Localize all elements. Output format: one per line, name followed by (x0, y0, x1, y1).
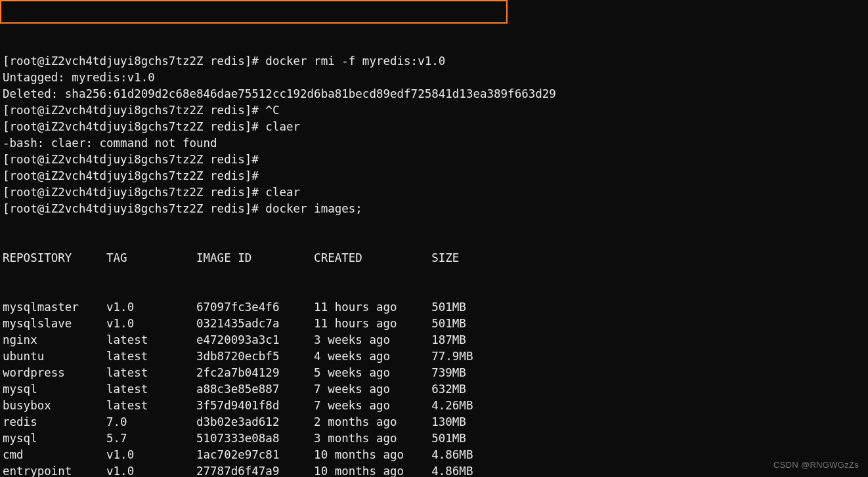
table-row: mysql 5.7 5107333e08a8 3 months ago 501M… (3, 430, 865, 447)
terminal-line: Deleted: sha256:61d209d2c68e846dae75512c… (3, 86, 865, 102)
terminal-output-top: [root@iZ2vch4tdjuyi8gchs7tz2Z redis]# do… (3, 53, 865, 217)
table-row: ubuntu latest 3db8720ecbf5 4 weeks ago 7… (3, 348, 865, 365)
table-row: mysql latest a88c3e85e887 7 weeks ago 63… (3, 381, 865, 398)
table-header: REPOSITORY TAG IMAGE ID CREATED SIZE (3, 250, 865, 266)
terminal-line: [root@iZ2vch4tdjuyi8gchs7tz2Z redis]# (3, 152, 865, 168)
terminal-line: [root@iZ2vch4tdjuyi8gchs7tz2Z redis]# cl… (3, 184, 865, 201)
terminal-line: [root@iZ2vch4tdjuyi8gchs7tz2Z redis]# do… (3, 201, 865, 217)
watermark: CSDN @RNGWGzZs (773, 457, 859, 473)
terminal-line: Untagged: myredis:v1.0 (3, 70, 865, 86)
terminal-line: [root@iZ2vch4tdjuyi8gchs7tz2Z redis]# cl… (3, 119, 865, 135)
terminal-line: [root@iZ2vch4tdjuyi8gchs7tz2Z redis]# do… (3, 53, 865, 70)
table-row: nginx latest e4720093a3c1 3 weeks ago 18… (3, 332, 865, 348)
table-rows: mysqlmaster v1.0 67097fc3e4f6 11 hours a… (3, 299, 865, 477)
table-row: mysqlmaster v1.0 67097fc3e4f6 11 hours a… (3, 299, 865, 316)
table-row: wordpress latest 2fc2a7b04129 5 weeks ag… (3, 365, 865, 381)
terminal-line: -bash: claer: command not found (3, 135, 865, 152)
terminal[interactable]: [root@iZ2vch4tdjuyi8gchs7tz2Z redis]# do… (0, 0, 868, 477)
table-row: mysqlslave v1.0 0321435adc7a 11 hours ag… (3, 316, 865, 332)
table-row: entrypoint v1.0 27787d6f47a9 10 months a… (3, 463, 865, 477)
table-row: cmd v1.0 1ac702e97c81 10 months ago 4.86… (3, 447, 865, 463)
table-row: redis 7.0 d3b02e3ad612 2 months ago 130M… (3, 414, 865, 430)
terminal-line: [root@iZ2vch4tdjuyi8gchs7tz2Z redis]# (3, 168, 865, 184)
terminal-line: [root@iZ2vch4tdjuyi8gchs7tz2Z redis]# ^C (3, 102, 865, 119)
table-row: busybox latest 3f57d9401f8d 7 weeks ago … (3, 398, 865, 414)
highlight-box (0, 0, 508, 24)
